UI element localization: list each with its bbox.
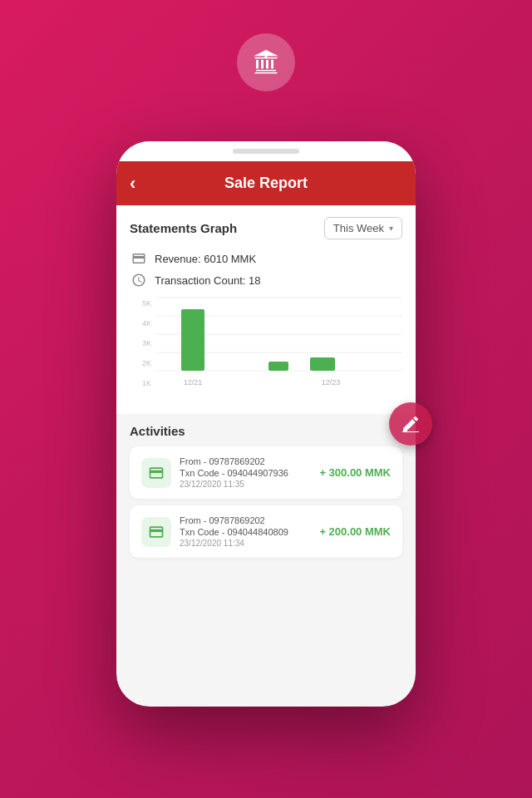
y-label-3k: 3K xyxy=(130,339,155,347)
app-header: ‹ Sale Report xyxy=(116,161,416,205)
app-content: Statements Graph This Week ▾ Revenue: 60… xyxy=(116,205,416,574)
page-title: Sale Report xyxy=(224,175,308,192)
activity-amount-2: + 200.00 MMK xyxy=(319,525,391,538)
activity-icon-2 xyxy=(141,517,171,547)
phone-notch xyxy=(116,141,416,161)
activity-info-2: From - 09787869202 Txn Code - 0940448408… xyxy=(180,515,311,548)
clock-icon xyxy=(130,271,148,289)
activity-info-1: From - 09787869202 Txn Code - 0940449079… xyxy=(180,456,311,489)
activity-card-2: From - 09787869202 Txn Code - 0940448408… xyxy=(130,505,402,558)
activity-from-2: From - 09787869202 xyxy=(180,515,311,525)
activities-title: Activities xyxy=(130,424,402,438)
activity-date-1: 23/12/2020 11:35 xyxy=(180,480,311,489)
y-label-1k: 1K xyxy=(130,379,155,387)
statements-title: Statements Graph xyxy=(130,221,237,235)
activities-section: Activities From - 09787869202 Txn Code -… xyxy=(116,414,416,574)
edit-icon xyxy=(401,414,421,434)
chevron-down-icon: ▾ xyxy=(389,224,393,233)
activity-date-2: 23/12/2020 11:34 xyxy=(180,539,311,548)
week-dropdown[interactable]: This Week ▾ xyxy=(324,217,402,239)
bank-icon xyxy=(251,47,281,77)
y-label-5k: 5K xyxy=(130,299,155,308)
activity-icon-1 xyxy=(141,458,171,488)
week-dropdown-label: This Week xyxy=(333,222,384,234)
x-label-1223: 12/23 xyxy=(322,378,341,387)
chart-container: 5K 4K 3K 2K 1K xyxy=(130,298,402,406)
stats-row: Revenue: 6010 MMK Transaction Count: 18 xyxy=(130,249,402,289)
transaction-label: Transaction Count: 18 xyxy=(155,274,260,287)
bar-1222 xyxy=(268,362,288,371)
statements-header: Statements Graph This Week ▾ xyxy=(130,217,402,239)
phone-wrapper: ‹ Sale Report Statements Graph This Week… xyxy=(116,141,416,707)
bar-1221 xyxy=(181,309,204,371)
bar-1223 xyxy=(310,357,335,371)
x-label-1221: 12/21 xyxy=(184,378,203,387)
statements-section: Statements Graph This Week ▾ Revenue: 60… xyxy=(116,205,416,414)
svg-rect-5 xyxy=(402,431,419,432)
bar-chart: 12/21 12/23 xyxy=(156,298,402,389)
activity-from-1: From - 09787869202 xyxy=(180,456,311,466)
phone-frame: ‹ Sale Report Statements Graph This Week… xyxy=(116,141,416,707)
activity-amount-1: + 300.00 MMK xyxy=(319,466,391,479)
y-label-4k: 4K xyxy=(130,319,155,328)
activity-code-1: Txn Code - 094044907936 xyxy=(180,468,311,478)
y-label-2k: 2K xyxy=(130,359,155,367)
activity-code-2: Txn Code - 094044840809 xyxy=(180,527,311,537)
bank-icon-circle xyxy=(237,33,295,91)
transaction-stat: Transaction Count: 18 xyxy=(130,271,402,289)
float-edit-button[interactable] xyxy=(389,402,432,446)
back-button[interactable]: ‹ xyxy=(130,173,135,195)
notch-bar xyxy=(233,149,299,154)
activity-card-1: From - 09787869202 Txn Code - 0940449079… xyxy=(130,446,402,499)
revenue-icon xyxy=(130,249,148,268)
revenue-label: Revenue: 6010 MMK xyxy=(155,253,256,265)
revenue-stat: Revenue: 6010 MMK xyxy=(130,249,402,268)
